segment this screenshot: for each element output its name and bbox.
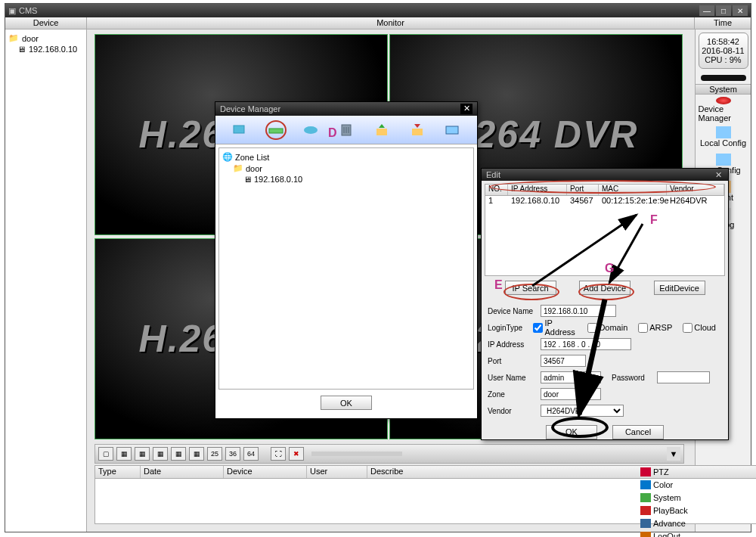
col-date[interactable]: Date bbox=[141, 466, 224, 478]
input-pass[interactable] bbox=[657, 371, 710, 383]
lbl-zone: Zone bbox=[488, 390, 536, 399]
titlebar: ▣ CMS — □ ✕ bbox=[5, 4, 751, 17]
seg-device: Device bbox=[5, 17, 87, 29]
chk-arsp[interactable]: ARSP bbox=[638, 323, 672, 333]
layout-36[interactable]: 36 bbox=[225, 447, 240, 461]
device-icon: 🖥 bbox=[17, 45, 26, 54]
layout-6[interactable]: ▦ bbox=[135, 447, 150, 461]
app-title: CMS bbox=[19, 6, 37, 15]
collapse-button[interactable]: ▼ bbox=[667, 447, 680, 461]
layout-4[interactable]: ▦ bbox=[116, 447, 132, 461]
minimize-button[interactable]: — bbox=[699, 5, 714, 16]
app-icon: ▣ bbox=[8, 6, 16, 16]
fullscreen-button[interactable]: ⛶ bbox=[271, 447, 286, 461]
tree-root-label: door bbox=[22, 34, 39, 43]
col-user[interactable]: User bbox=[307, 466, 367, 478]
edit-close-button[interactable]: ✕ bbox=[713, 170, 723, 180]
tree-child[interactable]: 🖥 192.168.0.10 bbox=[17, 44, 83, 54]
tree-root[interactable]: 📁 door bbox=[8, 33, 83, 44]
chk-domain[interactable]: Domain bbox=[587, 323, 627, 333]
lbl-logintype: LoginType bbox=[488, 324, 528, 332]
edit-device-button[interactable]: EditDevice bbox=[654, 281, 705, 295]
folder-icon: 📁 bbox=[8, 33, 19, 43]
device-manager-dialog: Device Manager ✕ 🌐Zone List 📁door 🖥192.1… bbox=[215, 101, 478, 419]
annotation-add-circle bbox=[578, 284, 634, 300]
select-vendor[interactable]: H264DVR bbox=[541, 405, 624, 417]
edit-cancel-button[interactable]: Cancel bbox=[612, 425, 664, 439]
maximize-button[interactable]: □ bbox=[716, 5, 731, 16]
right-menu: PTZ Color System PlayBack Advance LogOut bbox=[639, 465, 695, 537]
layout-25[interactable]: 25 bbox=[207, 447, 222, 461]
rmenu-advance[interactable]: Advance bbox=[639, 517, 695, 529]
col-device[interactable]: Device bbox=[224, 466, 307, 478]
dialog-titlebar[interactable]: Device Manager ✕ bbox=[215, 102, 477, 116]
svg-rect-8 bbox=[412, 129, 423, 135]
rmenu-color[interactable]: Color bbox=[639, 478, 695, 491]
close-button[interactable]: ✕ bbox=[733, 5, 748, 16]
import-icon[interactable] bbox=[371, 120, 392, 140]
stop-button[interactable]: ✖ bbox=[289, 447, 304, 461]
svg-point-2 bbox=[304, 126, 318, 134]
annotation-row-circle bbox=[489, 180, 716, 194]
layout-toolbar: ▢ ▦ ▦ ▦ ▦ ▦ 25 36 64 ⛶ ✖ ▼ bbox=[94, 444, 684, 464]
rmenu-ptz[interactable]: PTZ bbox=[639, 465, 695, 478]
dm-ok-button[interactable]: OK bbox=[321, 396, 372, 410]
add-device-icon[interactable] bbox=[265, 120, 287, 140]
lbl-user: User Name bbox=[488, 374, 536, 382]
list-row[interactable]: 1 192.168.0.10 34567 00:12:15:2e:1e:9e H… bbox=[485, 196, 724, 206]
col-describe[interactable]: Describe bbox=[367, 466, 756, 478]
layout-64[interactable]: 64 bbox=[243, 447, 259, 461]
input-zone[interactable] bbox=[541, 388, 601, 400]
delete-icon[interactable] bbox=[336, 120, 357, 140]
seg-monitor: Monitor bbox=[87, 17, 695, 29]
lbl-pass: Password bbox=[612, 374, 652, 382]
input-user[interactable] bbox=[541, 371, 601, 383]
svg-rect-7 bbox=[376, 129, 387, 135]
globe-icon: 🌐 bbox=[222, 152, 233, 162]
export-icon[interactable] bbox=[407, 120, 428, 140]
device-icon: 🖥 bbox=[243, 175, 252, 184]
layout-9[interactable]: ▦ bbox=[171, 447, 186, 461]
edit-dialog: Edit ✕ NO. IP Address Port MAC Vendor 1 … bbox=[481, 168, 729, 440]
system-header: System bbox=[696, 84, 751, 95]
lbl-vendor: Vendor bbox=[488, 407, 536, 415]
chk-ip[interactable]: IP Address bbox=[533, 318, 577, 337]
clock-cpu: CPU : 9% bbox=[705, 55, 741, 64]
clock-time: 16:58:42 bbox=[707, 37, 739, 46]
zone-list-root[interactable]: 🌐Zone List bbox=[222, 151, 470, 163]
dialog-title: Device Manager bbox=[220, 104, 280, 113]
rmenu-logout[interactable]: LogOut bbox=[639, 529, 695, 537]
layout-16[interactable]: ▦ bbox=[189, 447, 204, 461]
edit-titlebar[interactable]: Edit ✕ bbox=[482, 169, 728, 181]
input-devname[interactable] bbox=[541, 305, 616, 317]
zone-door[interactable]: 📁door bbox=[233, 163, 470, 174]
col-type[interactable]: Type bbox=[95, 466, 141, 478]
annotation-search-circle bbox=[503, 284, 559, 300]
volume-slider[interactable] bbox=[311, 452, 402, 456]
annotation-G: G bbox=[605, 262, 614, 275]
rmenu-playback[interactable]: PlayBack bbox=[639, 504, 695, 517]
svg-rect-1 bbox=[269, 129, 283, 133]
device-manager-button[interactable]: Device Manager bbox=[699, 97, 748, 123]
local-config-button[interactable]: Local Config bbox=[699, 124, 748, 150]
edit-icon[interactable] bbox=[300, 120, 321, 140]
svg-rect-9 bbox=[446, 126, 458, 134]
lbl-devname: Device Name bbox=[488, 307, 536, 315]
cpu-bar bbox=[701, 75, 746, 81]
lbl-ip: IP Address bbox=[488, 340, 536, 349]
svg-rect-0 bbox=[234, 126, 244, 133]
annotation-ok-circle bbox=[551, 417, 609, 438]
zone-device[interactable]: 🖥192.168.0.10 bbox=[243, 174, 470, 185]
layout-1[interactable]: ▢ bbox=[98, 447, 113, 461]
rmenu-system[interactable]: System bbox=[639, 491, 695, 504]
test-icon[interactable] bbox=[442, 120, 463, 140]
input-port[interactable] bbox=[541, 355, 586, 367]
chk-cloud[interactable]: Cloud bbox=[683, 323, 716, 333]
layout-8[interactable]: ▦ bbox=[153, 447, 168, 461]
tree-child-label: 192.168.0.10 bbox=[29, 45, 77, 54]
add-zone-icon[interactable] bbox=[230, 120, 251, 140]
input-ip[interactable] bbox=[541, 338, 631, 350]
dialog-close-button[interactable]: ✕ bbox=[460, 104, 472, 114]
edit-title: Edit bbox=[486, 170, 500, 179]
annotation-D: D bbox=[328, 126, 337, 140]
